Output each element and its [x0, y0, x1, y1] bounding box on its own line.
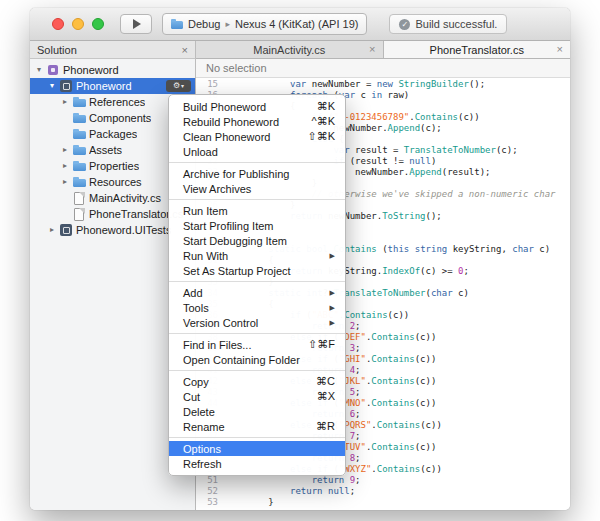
menu-item-cut[interactable]: Cut⌘X: [169, 389, 345, 404]
disclosure-icon[interactable]: ▸: [60, 94, 70, 110]
menu-item-label: Start Debugging Item: [183, 235, 335, 247]
code-line[interactable]: 15 var newNumber = new StringBuilder();: [196, 79, 570, 90]
menu-item-label: Refresh: [183, 458, 335, 470]
menu-item-label: Open Containing Folder: [183, 354, 335, 366]
build-status-indicator: ✓ Build successful.: [389, 14, 507, 34]
menu-shortcut: ⇧⌘K: [307, 130, 335, 143]
folder-icon: [73, 176, 86, 188]
menu-item-tools[interactable]: Tools▶: [169, 300, 345, 315]
main-toolbar: Debug ▸ Nexus 4 (KitKat) (API 19) ✓ Buil…: [30, 8, 570, 41]
menu-item-label: Start Profiling Item: [183, 220, 335, 232]
menu-item-label: Copy: [183, 376, 316, 388]
tree-item-phoneword[interactable]: ▾Phoneword⚙▾: [30, 78, 195, 94]
tree-item-label: Phoneword: [76, 80, 132, 92]
submenu-arrow-icon: ▶: [330, 289, 335, 297]
build-target-selector[interactable]: Debug ▸ Nexus 4 (KitKat) (API 19): [162, 13, 367, 35]
menu-item-build-phoneword[interactable]: Build Phoneword⌘K: [169, 99, 345, 114]
menu-item-label: Archive for Publishing: [183, 168, 335, 180]
tree-item-label: Packages: [89, 128, 137, 140]
solution-icon: [47, 64, 60, 76]
menu-item-label: Set As Startup Project: [183, 265, 335, 277]
menu-item-archive-for-publishing[interactable]: Archive for Publishing: [169, 166, 345, 181]
file-icon: [73, 208, 86, 220]
close-tab-icon[interactable]: ×: [369, 44, 375, 55]
menu-shortcut: ⇧⌘F: [308, 338, 335, 351]
menu-separator: [169, 333, 345, 334]
configuration-label: Debug: [188, 18, 220, 30]
solution-pad-header: Solution ×: [30, 41, 196, 59]
menu-item-open-containing-folder[interactable]: Open Containing Folder: [169, 352, 345, 367]
zoom-window-button[interactable]: [92, 18, 104, 30]
breadcrumb-bar: No selection: [196, 59, 570, 78]
menu-separator: [169, 199, 345, 200]
close-tab-icon[interactable]: ×: [557, 44, 563, 55]
menu-item-label: Version Control: [183, 317, 330, 329]
disclosure-icon[interactable]: ▸: [60, 174, 70, 190]
code-line[interactable]: 52 return null;: [196, 486, 570, 497]
menu-item-run-with[interactable]: Run With▶: [169, 248, 345, 263]
tree-item-label: Assets: [89, 144, 122, 156]
project-icon: [60, 80, 73, 92]
file-icon: [73, 192, 86, 204]
menu-item-unload[interactable]: Unload: [169, 144, 345, 159]
disclosure-icon[interactable]: ▸: [47, 222, 57, 238]
tab-label: PhoneTranslator.cs: [430, 44, 524, 56]
menu-item-find-in-files[interactable]: Find in Files...⇧⌘F: [169, 337, 345, 352]
tab-mainactivity-cs[interactable]: MainActivity.cs×: [196, 41, 384, 58]
menu-item-label: Rebuild Phoneword: [183, 116, 312, 128]
window-controls: [52, 18, 104, 30]
menu-item-start-debugging-item[interactable]: Start Debugging Item: [169, 233, 345, 248]
submenu-arrow-icon: ▶: [330, 252, 335, 260]
gear-icon: ⚙: [173, 80, 180, 92]
menu-item-label: View Archives: [183, 183, 335, 195]
code-line[interactable]: 51 return 9;: [196, 475, 570, 486]
menu-item-version-control[interactable]: Version Control▶: [169, 315, 345, 330]
menu-item-copy[interactable]: Copy⌘C: [169, 374, 345, 389]
menu-item-label: Unload: [183, 146, 335, 158]
menu-item-set-as-startup-project[interactable]: Set As Startup Project: [169, 263, 345, 278]
play-icon: [133, 19, 141, 29]
menu-item-label: Build Phoneword: [183, 101, 317, 113]
menu-item-label: Delete: [183, 406, 335, 418]
menu-item-rename[interactable]: Rename⌘R: [169, 419, 345, 434]
disclosure-icon[interactable]: ▸: [60, 158, 70, 174]
folder-icon: [73, 96, 86, 108]
chevron-right-icon: ▸: [225, 19, 230, 29]
tree-item-label: Phoneword.UITests: [76, 224, 171, 236]
breadcrumb-text: No selection: [206, 62, 267, 74]
tab-label: MainActivity.cs: [253, 44, 325, 56]
menu-item-options[interactable]: Options: [169, 441, 345, 456]
tree-item-label: Phoneword: [63, 64, 119, 76]
minimize-window-button[interactable]: [72, 18, 84, 30]
tree-item-label: References: [89, 96, 145, 108]
success-check-icon: ✓: [399, 19, 410, 30]
project-icon: [60, 224, 73, 236]
line-number: 53: [196, 497, 225, 508]
run-button[interactable]: [120, 14, 152, 34]
menu-item-label: Run With: [183, 250, 330, 262]
menu-shortcut: ⌘X: [317, 390, 335, 403]
editor-tab-bar: MainActivity.cs×PhoneTranslator.cs×: [196, 41, 570, 59]
menu-shortcut: ⌘C: [316, 375, 335, 388]
menu-item-run-item[interactable]: Run Item: [169, 203, 345, 218]
close-pad-icon[interactable]: ×: [182, 44, 188, 56]
menu-item-start-profiling-item[interactable]: Start Profiling Item: [169, 218, 345, 233]
code-line[interactable]: 53 }: [196, 497, 570, 508]
tree-item-phoneword[interactable]: ▾Phoneword: [30, 62, 195, 78]
menu-item-delete[interactable]: Delete: [169, 404, 345, 419]
tree-item-label: Resources: [89, 176, 142, 188]
tab-phonetranslator-cs[interactable]: PhoneTranslator.cs×: [384, 41, 571, 58]
disclosure-icon[interactable]: ▾: [47, 78, 57, 94]
project-actions-gear-button[interactable]: ⚙▾: [166, 80, 191, 92]
menu-item-label: Run Item: [183, 205, 335, 217]
disclosure-icon[interactable]: ▾: [34, 62, 44, 78]
close-window-button[interactable]: [52, 18, 64, 30]
disclosure-icon[interactable]: ▸: [60, 142, 70, 158]
menu-item-rebuild-phoneword[interactable]: Rebuild Phoneword^⌘K: [169, 114, 345, 129]
menu-item-refresh[interactable]: Refresh: [169, 456, 345, 471]
menu-item-clean-phoneword[interactable]: Clean Phoneword⇧⌘K: [169, 129, 345, 144]
menu-item-view-archives[interactable]: View Archives: [169, 181, 345, 196]
status-text: Build successful.: [415, 18, 497, 30]
device-label: Nexus 4 (KitKat) (API 19): [235, 18, 359, 30]
menu-item-add[interactable]: Add▶: [169, 285, 345, 300]
